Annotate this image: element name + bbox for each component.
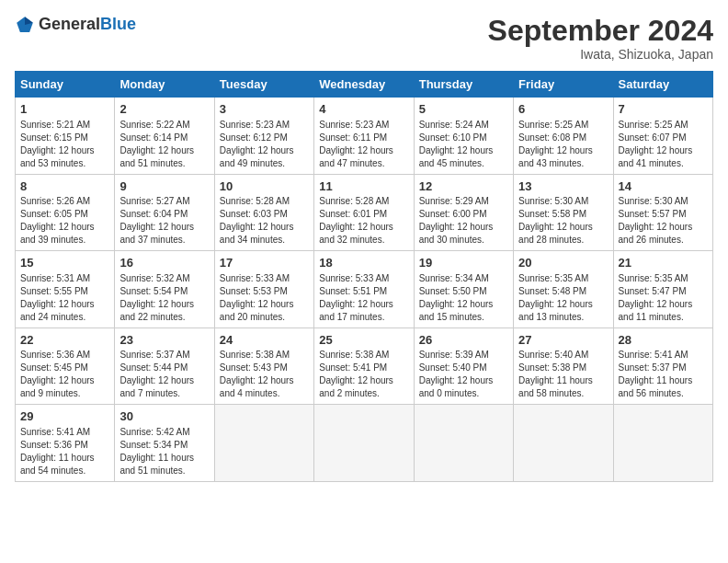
day-info: Sunrise: 5:31 AMSunset: 5:55 PMDaylight:…	[20, 272, 109, 324]
calendar-cell: 24Sunrise: 5:38 AMSunset: 5:43 PMDayligh…	[214, 327, 313, 405]
day-info-line: Daylight: 12 hours	[20, 375, 95, 385]
calendar-week-row: 15Sunrise: 5:31 AMSunset: 5:55 PMDayligh…	[16, 251, 713, 328]
day-info-line: Daylight: 12 hours	[619, 299, 693, 309]
day-info-line: and 41 minutes.	[619, 158, 684, 168]
day-info-line: and 45 minutes.	[419, 158, 484, 168]
day-info: Sunrise: 5:37 AMSunset: 5:44 PMDaylight:…	[119, 349, 209, 400]
day-info-line: Sunrise: 5:23 AM	[220, 120, 290, 130]
day-info-line: Sunrise: 5:39 AM	[419, 350, 489, 360]
day-info-line: and 11 minutes.	[619, 312, 684, 322]
day-info-line: Daylight: 12 hours	[119, 145, 194, 155]
header: GeneralBlue September 2024 Iwata, Shizuo…	[15, 15, 713, 62]
day-info-line: Daylight: 12 hours	[419, 145, 494, 155]
day-info-line: Sunset: 6:12 PM	[220, 132, 288, 143]
day-info-line: and 7 minutes.	[119, 388, 180, 398]
day-info: Sunrise: 5:23 AMSunset: 6:11 PMDaylight:…	[319, 119, 408, 170]
calendar-cell: 14Sunrise: 5:30 AMSunset: 5:57 PMDayligh…	[613, 174, 712, 251]
day-info-line: Sunset: 5:41 PM	[319, 362, 387, 373]
day-info-line: Sunrise: 5:35 AM	[619, 273, 688, 283]
calendar-cell: 9Sunrise: 5:27 AMSunset: 6:04 PMDaylight…	[115, 174, 214, 251]
day-info-line: and 30 minutes.	[419, 235, 484, 245]
day-number: 24	[220, 332, 309, 349]
day-info-line: Sunset: 6:00 PM	[419, 209, 487, 219]
day-info-line: Sunset: 6:11 PM	[319, 132, 387, 143]
day-number: 19	[419, 255, 508, 271]
day-info-line: Sunset: 5:50 PM	[419, 286, 487, 296]
day-info-line: and 24 minutes.	[20, 312, 85, 322]
calendar-cell: 26Sunrise: 5:39 AMSunset: 5:40 PMDayligh…	[414, 327, 513, 405]
day-info-line: and 15 minutes.	[419, 312, 484, 322]
day-number: 11	[319, 178, 408, 195]
day-number: 6	[518, 101, 608, 118]
day-info-line: Daylight: 12 hours	[220, 299, 294, 309]
calendar-cell	[514, 405, 613, 482]
calendar-cell: 13Sunrise: 5:30 AMSunset: 5:58 PMDayligh…	[514, 174, 613, 251]
day-info-line: Daylight: 12 hours	[220, 222, 294, 232]
day-info-line: Daylight: 12 hours	[20, 145, 95, 155]
day-info-line: Daylight: 12 hours	[319, 222, 393, 232]
day-info-line: Sunset: 6:07 PM	[619, 132, 687, 143]
day-info-line: Sunrise: 5:24 AM	[419, 120, 489, 130]
day-info: Sunrise: 5:40 AMSunset: 5:38 PMDaylight:…	[518, 349, 608, 400]
logo: GeneralBlue	[15, 15, 136, 35]
day-info-line: Sunset: 5:38 PM	[518, 362, 586, 373]
day-info-line: and 56 minutes.	[619, 388, 684, 398]
day-number: 26	[419, 332, 508, 349]
day-info-line: and 4 minutes.	[220, 388, 280, 398]
day-info: Sunrise: 5:28 AMSunset: 6:03 PMDaylight:…	[220, 195, 309, 247]
day-info: Sunrise: 5:23 AMSunset: 6:12 PMDaylight:…	[220, 119, 309, 170]
day-info-line: Sunset: 5:44 PM	[119, 362, 188, 373]
day-info-line: Daylight: 12 hours	[119, 299, 194, 309]
day-info: Sunrise: 5:35 AMSunset: 5:48 PMDaylight:…	[518, 272, 608, 324]
logo-general-text: General	[39, 15, 100, 33]
day-info-line: Daylight: 12 hours	[419, 299, 494, 309]
day-info: Sunrise: 5:22 AMSunset: 6:14 PMDaylight:…	[119, 119, 209, 170]
calendar-cell	[214, 405, 313, 482]
day-info-line: Sunrise: 5:28 AM	[220, 196, 290, 206]
day-number: 28	[619, 332, 708, 349]
day-number: 20	[518, 255, 608, 271]
day-info-line: Sunrise: 5:25 AM	[619, 120, 688, 130]
day-info-line: Daylight: 11 hours	[518, 375, 593, 385]
day-info: Sunrise: 5:24 AMSunset: 6:10 PMDaylight:…	[419, 119, 508, 170]
day-info-line: and 37 minutes.	[119, 235, 185, 245]
calendar-cell	[314, 405, 414, 482]
day-info: Sunrise: 5:42 AMSunset: 5:34 PMDaylight:…	[119, 426, 209, 477]
day-info-line: Daylight: 12 hours	[119, 222, 194, 232]
day-info-line: Sunrise: 5:28 AM	[319, 196, 389, 206]
day-number: 21	[619, 255, 708, 271]
day-info-line: Sunset: 6:05 PM	[20, 209, 88, 219]
day-info: Sunrise: 5:41 AMSunset: 5:36 PMDaylight:…	[20, 426, 109, 477]
calendar-cell	[414, 405, 513, 482]
calendar-week-row: 8Sunrise: 5:26 AMSunset: 6:05 PMDaylight…	[16, 174, 713, 251]
col-friday: Friday	[514, 72, 613, 98]
calendar-table: Sunday Monday Tuesday Wednesday Thursday…	[15, 71, 713, 482]
day-info-line: Sunset: 6:10 PM	[419, 132, 487, 143]
day-info-line: and 51 minutes.	[119, 465, 185, 476]
day-info-line: Sunrise: 5:31 AM	[20, 273, 90, 283]
day-number: 7	[619, 101, 708, 118]
day-info-line: Sunset: 5:55 PM	[20, 286, 88, 296]
day-info-line: Sunrise: 5:29 AM	[419, 196, 489, 206]
day-info-line: and 53 minutes.	[20, 158, 85, 168]
day-number: 9	[119, 178, 209, 195]
day-info-line: and 49 minutes.	[220, 158, 285, 168]
day-info-line: Sunrise: 5:38 AM	[220, 350, 290, 360]
col-monday: Monday	[115, 72, 214, 98]
day-info-line: and 28 minutes.	[518, 235, 584, 245]
col-tuesday: Tuesday	[214, 72, 313, 98]
day-info-line: Daylight: 12 hours	[619, 222, 693, 232]
day-info-line: and 20 minutes.	[220, 312, 285, 322]
subtitle: Iwata, Shizuoka, Japan	[488, 47, 713, 62]
day-info-line: and 58 minutes.	[518, 388, 584, 398]
day-info-line: Sunrise: 5:33 AM	[220, 273, 290, 283]
day-info: Sunrise: 5:28 AMSunset: 6:01 PMDaylight:…	[319, 195, 408, 247]
day-number: 3	[220, 101, 309, 118]
day-info-line: Sunrise: 5:38 AM	[319, 350, 389, 360]
day-info: Sunrise: 5:30 AMSunset: 5:57 PMDaylight:…	[619, 195, 708, 247]
day-info-line: Sunset: 6:01 PM	[319, 209, 387, 219]
day-info-line: Sunset: 5:53 PM	[220, 286, 288, 296]
day-info-line: Sunrise: 5:41 AM	[20, 427, 90, 437]
calendar-cell: 27Sunrise: 5:40 AMSunset: 5:38 PMDayligh…	[514, 327, 613, 405]
day-info-line: Sunrise: 5:27 AM	[119, 196, 189, 206]
